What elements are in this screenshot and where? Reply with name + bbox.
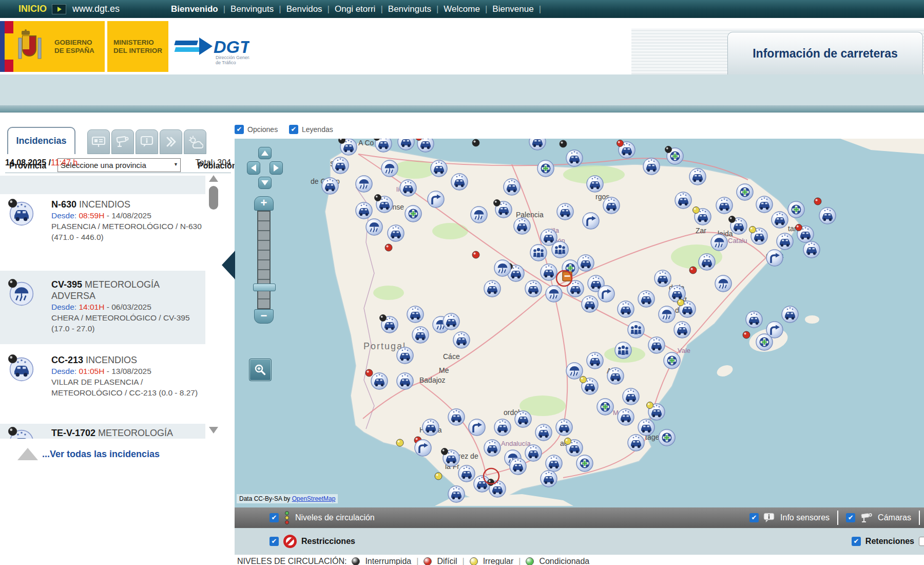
map-marker-arrow[interactable] (598, 286, 614, 302)
map-marker-car[interactable] (607, 368, 624, 384)
map-marker-car[interactable] (648, 337, 665, 353)
map-marker-cross[interactable] (664, 352, 680, 369)
map-marker-car[interactable] (484, 440, 500, 456)
map-marker-cross[interactable] (597, 399, 613, 415)
map-marker-car[interactable] (582, 296, 598, 312)
zoom-slider-track[interactable] (257, 211, 271, 309)
map-marker-car[interactable] (525, 280, 542, 297)
map-marker-car[interactable] (756, 196, 773, 213)
zoom-box-button[interactable] (249, 359, 272, 381)
pan-up-button[interactable] (258, 147, 272, 159)
map-marker-car[interactable] (453, 332, 470, 348)
map-marker-car[interactable] (371, 373, 388, 389)
map-marker-people[interactable] (615, 342, 631, 359)
map-marker-rain[interactable] (715, 275, 732, 292)
map-marker-car[interactable] (407, 306, 424, 323)
tab-cameras[interactable] (111, 129, 134, 154)
map-marker-rain[interactable] (356, 176, 372, 192)
map-marker-car[interactable] (623, 388, 639, 405)
welcome-language-link[interactable]: Benvinguts (388, 4, 431, 14)
map-marker-car[interactable] (578, 255, 594, 271)
map-marker-ball[interactable] (396, 439, 403, 446)
road-map[interactable]: A CoSarde CompliciarensergosPalenciailla… (235, 139, 924, 507)
map-marker-car[interactable] (332, 157, 349, 174)
map-marker-car[interactable] (669, 286, 685, 302)
pan-down-button[interactable] (258, 177, 272, 189)
map-marker-car[interactable] (535, 424, 552, 441)
map-marker-cross[interactable] (659, 429, 675, 446)
map-marker-arrow[interactable] (766, 250, 783, 266)
page-title-tab[interactable]: Información de carreteras (727, 32, 923, 74)
map-marker-rain[interactable] (381, 160, 398, 177)
map-marker-car[interactable] (388, 225, 404, 241)
tab-panels[interactable] (87, 129, 110, 154)
map-marker-car[interactable] (716, 197, 733, 214)
map-marker-car[interactable] (397, 373, 413, 389)
map-marker-car[interactable] (400, 180, 416, 196)
leyendas-checkbox[interactable] (289, 125, 298, 134)
map-marker-car[interactable] (777, 233, 793, 250)
scrollbar-down-arrow[interactable] (209, 427, 218, 434)
retenciones-checkbox[interactable] (852, 537, 861, 546)
welcome-language-link[interactable]: Ongi etorri (335, 4, 375, 14)
map-marker-ball[interactable] (814, 198, 821, 205)
inicio-link[interactable]: INICIO (18, 4, 47, 14)
map-marker-car[interactable] (618, 301, 634, 317)
zoom-slider-thumb[interactable] (253, 284, 276, 291)
map-marker-car[interactable] (689, 168, 706, 185)
pan-left-button[interactable] (247, 161, 260, 175)
map-marker-arrow[interactable] (469, 419, 485, 436)
map-marker-car[interactable] (451, 174, 468, 190)
map-marker-ball[interactable] (472, 139, 479, 146)
map-marker-car[interactable] (746, 311, 762, 328)
map-marker-car[interactable] (541, 470, 557, 487)
map-marker-car[interactable] (322, 178, 338, 194)
map-marker-car[interactable] (638, 291, 654, 307)
map-marker-arrow[interactable] (428, 191, 444, 208)
map-marker-arrow[interactable] (415, 440, 431, 456)
map-marker-car[interactable] (412, 327, 429, 343)
map-marker-ball[interactable] (385, 244, 392, 251)
map-marker-arrow[interactable] (583, 213, 599, 229)
opciones-checkbox[interactable] (235, 125, 244, 134)
map-marker-cross[interactable] (576, 455, 593, 472)
map-marker-ball[interactable] (365, 369, 373, 376)
sidebar-collapse-arrow[interactable] (222, 251, 235, 279)
map-marker-car[interactable] (494, 419, 511, 436)
welcome-language-link[interactable]: Bienvenue (492, 4, 533, 14)
map-marker-car[interactable] (422, 419, 439, 436)
niveles-checkbox[interactable] (270, 513, 279, 522)
map-marker-people[interactable] (552, 241, 568, 258)
map-marker-car[interactable] (819, 208, 836, 224)
incident-row[interactable]: N-630 INCENDIOS Desde: 08:59H - 14/08/20… (0, 198, 205, 249)
scrollbar-thumb[interactable] (209, 186, 218, 210)
map-marker-car[interactable] (782, 306, 798, 323)
map-marker-ball[interactable] (435, 473, 442, 480)
map-marker-car[interactable] (546, 455, 562, 472)
openstreetmap-link[interactable]: OpenStreetMap (292, 495, 336, 502)
map-marker-car[interactable] (443, 313, 459, 330)
map-marker-cross[interactable] (537, 160, 554, 177)
pan-right-button[interactable] (270, 161, 283, 175)
map-marker-car[interactable] (515, 411, 531, 427)
map-marker-ball[interactable] (560, 140, 567, 147)
map-marker-ball[interactable] (743, 331, 750, 338)
map-marker-people[interactable] (628, 322, 644, 338)
play-tv-icon[interactable] (52, 4, 66, 14)
map-marker-car[interactable] (510, 458, 526, 475)
map-marker-rain[interactable] (494, 260, 511, 276)
tab-incidencias[interactable]: Incidencias (7, 127, 75, 154)
map-marker-car[interactable] (448, 486, 465, 502)
tab-info[interactable] (136, 129, 158, 154)
map-marker-cross[interactable] (756, 334, 773, 350)
welcome-language-link[interactable]: Benvidos (286, 4, 322, 14)
map-marker-ball[interactable] (472, 251, 479, 258)
map-marker-car[interactable] (514, 218, 530, 234)
map-marker-car[interactable] (643, 158, 660, 175)
map-marker-rain[interactable] (659, 306, 675, 323)
map-marker-ball[interactable] (689, 267, 697, 274)
map-marker-rain[interactable] (471, 206, 487, 223)
map-marker-rain[interactable] (566, 363, 583, 379)
map-marker-car[interactable] (397, 347, 413, 364)
welcome-language-link[interactable]: Benvinguts (230, 4, 274, 14)
